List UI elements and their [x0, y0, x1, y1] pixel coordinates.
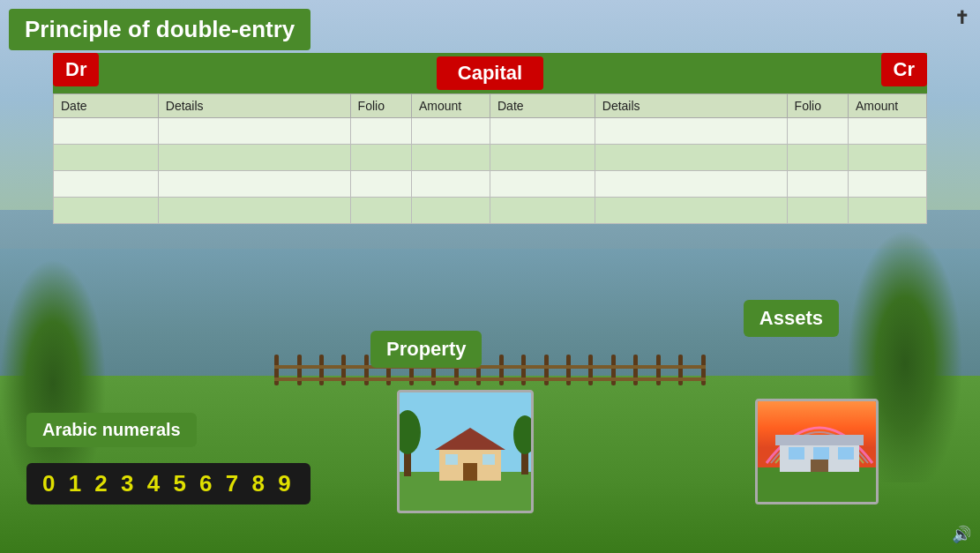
dr-label: Dr — [53, 53, 99, 86]
svg-rect-8 — [483, 454, 495, 465]
svg-rect-17 — [838, 447, 854, 460]
svg-rect-12 — [758, 467, 879, 504]
table-row — [54, 118, 927, 145]
svg-rect-15 — [789, 447, 804, 460]
ledger-table: Date Details Folio Amount Date Details F… — [53, 93, 927, 224]
svg-rect-18 — [811, 460, 828, 472]
property-label: Property — [370, 331, 482, 368]
property-photo — [397, 390, 534, 513]
table-row — [54, 198, 927, 224]
ledger-container: Dr Capital Cr Date Details Folio Amount … — [53, 53, 927, 224]
page-title: Principle of double-entry — [9, 9, 310, 50]
cross-icon: ✝ — [954, 7, 969, 28]
assets-photo — [755, 399, 879, 504]
capital-header-bar: Dr Capital Cr — [53, 53, 927, 93]
table-row — [54, 145, 927, 171]
capital-label: Capital — [437, 56, 543, 90]
arabic-numbers-display: 0 1 2 3 4 5 6 7 8 9 — [26, 463, 310, 504]
col-header-details-left: Details — [158, 94, 350, 118]
svg-rect-14 — [775, 435, 864, 445]
svg-rect-6 — [463, 463, 477, 481]
col-header-folio-left: Folio — [350, 94, 411, 118]
col-header-amount-left: Amount — [411, 94, 490, 118]
svg-rect-16 — [813, 447, 829, 460]
table-row — [54, 171, 927, 198]
col-header-amount-right: Amount — [848, 94, 926, 118]
col-header-date-left: Date — [54, 94, 159, 118]
col-header-folio-right: Folio — [787, 94, 848, 118]
arabic-numerals-label: Arabic numerals — [26, 413, 197, 447]
col-header-details-right: Details — [595, 94, 787, 118]
svg-rect-7 — [445, 454, 458, 465]
col-header-date-right: Date — [490, 94, 595, 118]
cr-label: Cr — [881, 53, 927, 86]
speaker-icon[interactable]: 🔊 — [952, 525, 971, 544]
assets-label: Assets — [744, 300, 839, 337]
